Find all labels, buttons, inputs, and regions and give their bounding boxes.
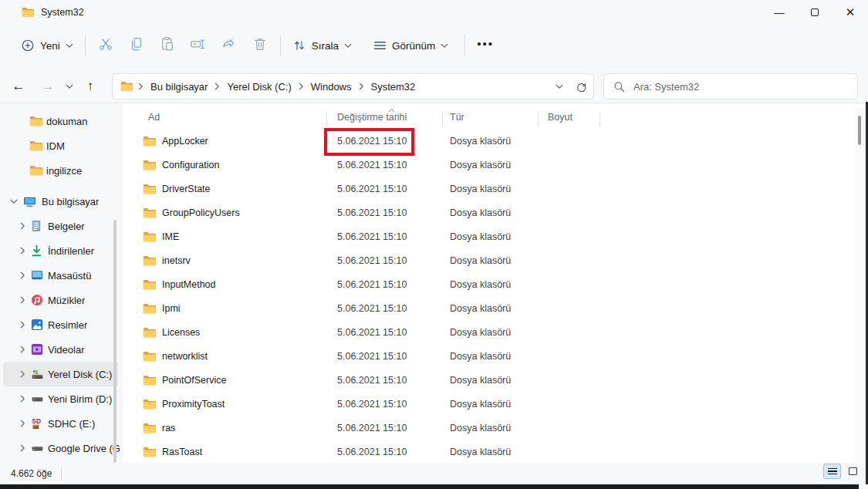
sidebar-item-videolar[interactable]: Videolar [3,337,118,362]
file-name: ras [162,423,175,433]
view-button[interactable]: Görünüm [366,32,455,59]
sidebar-item-dokuman[interactable]: dokuman [3,109,118,133]
column-header-size[interactable]: Boyut [548,112,572,123]
file-row-rastoast[interactable]: RasToast5.06.2021 15:10Dosya klasörü [123,440,853,464]
sidebar-item-müzikler[interactable]: Müzikler [3,288,118,312]
paste-button[interactable] [152,32,183,59]
history-chevron-button[interactable] [60,74,79,99]
folder-icon [143,351,156,364]
sidebar-item-resimler[interactable]: Resimler [3,312,118,337]
file-row-ras[interactable]: ras5.06.2021 15:10Dosya klasörü [123,416,853,440]
chevron-down-icon [66,43,73,49]
breadcrumb-system32[interactable]: System32 [370,81,417,93]
chevron-down-icon [441,43,448,49]
file-name: ProximityToast [162,399,225,410]
sidebar-item-ingilizce[interactable]: ingilizce [3,158,118,183]
file-row-proximitytoast[interactable]: ProximityToast5.06.2021 15:10Dosya klasö… [123,393,853,416]
folder-icon [120,81,133,91]
expand-arrow-icon[interactable] [17,296,28,304]
sidebar-item-google-drive-g[interactable]: Google Drive (G [3,436,118,460]
sort-arrows-icon [292,39,306,52]
file-row-grouppolicyusers[interactable]: GroupPolicyUsers5.06.2021 15:10Dosya kla… [123,201,853,225]
column-header-name[interactable]: Ad [148,112,160,123]
more-button[interactable]: ••• [470,32,501,59]
file-name: Licenses [162,327,200,338]
file-type: Dosya klasörü [450,423,511,433]
folder-icon [143,160,156,173]
file-row-pointofservice[interactable]: PointOfService5.06.2021 15:10Dosya klasö… [123,369,853,393]
sidebar-item-i-ndirilenler[interactable]: İndirilenler [3,238,118,263]
sidebar-item-yeni-birim-d[interactable]: Yeni Birim (D:) [3,386,118,411]
computer-icon [23,196,36,207]
column-header-type[interactable]: Tür [450,112,464,123]
file-row-driverstate[interactable]: DriverState5.06.2021 15:10Dosya klasörü [123,177,853,201]
sidebar-item-masaüstü[interactable]: Masaüstü [3,263,118,288]
folder-icon [143,447,156,460]
sort-button-label: Sırala [312,40,339,52]
expand-arrow-icon[interactable] [17,222,28,230]
cut-button[interactable] [90,32,121,59]
expand-arrow-icon[interactable] [17,247,28,255]
file-row-applocker[interactable]: AppLocker5.06.2021 15:10Dosya klasörü [123,130,853,153]
file-modified-date: 5.06.2021 15:10 [337,399,407,410]
disk-icon [31,394,44,404]
sidebar-item-label: ingilizce [46,165,82,177]
maximize-button[interactable] [797,0,833,25]
file-row-inetsrv[interactable]: inetsrv5.06.2021 15:10Dosya klasörü [123,249,853,273]
delete-button[interactable] [245,32,275,59]
rename-button[interactable] [183,32,214,59]
sidebar-item-label: Google Drive (G [48,443,120,454]
sidebar-item-sdhc-e[interactable]: SD SDHC (E:) [3,411,118,436]
address-bar[interactable]: Bu bilgisayarYerel Disk (C:)WindowsSyste… [112,73,594,99]
search-input[interactable] [633,81,826,93]
details-view-button[interactable] [823,464,841,479]
sidebar-item-label: SDHC (E:) [48,418,95,430]
file-list-scrollbar[interactable] [855,108,864,463]
sidebar-item-label: Belgeler [48,221,85,232]
new-button[interactable]: Yeni [14,32,80,59]
file-row-licenses[interactable]: Licenses5.06.2021 15:10Dosya klasörü [123,321,853,345]
refresh-icon[interactable] [576,81,587,93]
breadcrumb-chevron-icon [293,83,309,90]
file-row-networklist[interactable]: networklist5.06.2021 15:10Dosya klasörü [123,345,853,369]
file-type: Dosya klasörü [450,160,511,170]
minimize-button[interactable]: — [762,0,797,25]
copy-button[interactable] [121,32,152,59]
expand-arrow-icon[interactable] [17,271,28,279]
sort-button[interactable]: Sırala [285,32,359,59]
sidebar-item-bu-bilgisayar[interactable]: Bu bilgisayar [3,189,118,214]
breadcrumb-windows[interactable]: Windows [309,81,353,93]
sidebar-item-label: Müzikler [48,295,85,306]
large-icons-view-button[interactable] [844,464,862,479]
expand-arrow-icon[interactable] [17,444,28,452]
file-row-inputmethod[interactable]: InputMethod5.06.2021 15:10Dosya klasörü [123,273,853,297]
expand-arrow-icon[interactable] [17,420,28,427]
address-dropdown-chevron-icon[interactable] [556,84,563,89]
close-button[interactable]: ✕ [833,0,868,25]
file-name: inetsrv [162,255,191,266]
documents-icon [31,220,42,232]
expand-arrow-icon[interactable] [17,395,28,403]
forward-button[interactable]: → [35,74,60,99]
expand-arrow-icon[interactable] [17,370,28,378]
expand-collapse-icon[interactable] [8,199,19,204]
folder-icon [143,279,156,292]
file-row-configuration[interactable]: Configuration5.06.2021 15:10Dosya klasör… [123,153,853,177]
back-button[interactable]: ← [6,74,31,99]
up-button[interactable]: ↑ [78,74,103,99]
expand-arrow-icon[interactable] [17,346,28,353]
sidebar-scrollbar[interactable] [113,220,117,463]
sidebar-item-yerel-disk-c[interactable]: Yerel Disk (C:) [3,362,118,386]
file-row-ime[interactable]: IME5.06.2021 15:10Dosya klasörü [123,225,853,249]
column-header-modified[interactable]: Değiştirme tarihi [337,112,407,123]
sidebar-item-idm[interactable]: IDM [3,133,118,158]
file-row-ipmi[interactable]: Ipmi5.06.2021 15:10Dosya klasörü [123,297,853,321]
sidebar-item-label: Resimler [48,319,87,331]
share-icon [221,36,237,55]
sidebar-item-belgeler[interactable]: Belgeler [3,214,118,238]
file-name: RasToast [162,447,202,457]
breadcrumb-bu-bilgisayar[interactable]: Bu bilgisayar [149,81,209,93]
breadcrumb-yerel-disk-c[interactable]: Yerel Disk (C:) [225,81,292,93]
share-button[interactable] [214,32,245,59]
expand-arrow-icon[interactable] [17,321,28,329]
